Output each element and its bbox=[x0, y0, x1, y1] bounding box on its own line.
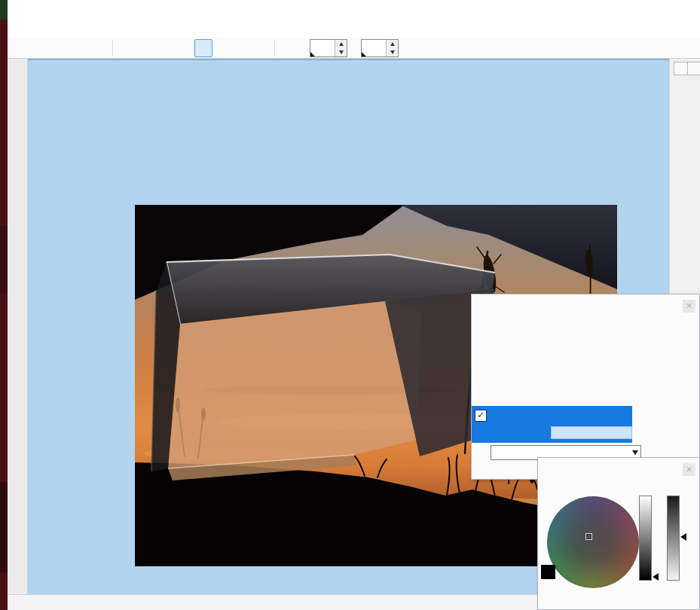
save-as-button[interactable] bbox=[70, 39, 88, 57]
lazpaint-window: ✕ ✓ ✕ bbox=[0, 0, 700, 610]
minimize-button[interactable] bbox=[603, 0, 637, 23]
layer-zoom-icon[interactable] bbox=[474, 425, 487, 438]
add-layer-button[interactable] bbox=[473, 462, 488, 477]
layer-opacity-bar[interactable] bbox=[551, 426, 632, 439]
toolbar-separator bbox=[274, 40, 275, 56]
color-panel[interactable]: ✕ bbox=[537, 457, 700, 610]
chevron-down-icon bbox=[632, 450, 638, 455]
deformation-grid-icon[interactable] bbox=[280, 39, 298, 57]
grid-mode-button[interactable] bbox=[402, 39, 420, 57]
color-panel-close-button[interactable]: ✕ bbox=[683, 463, 695, 476]
layers-toggle-button[interactable] bbox=[194, 39, 212, 57]
opacity-slider[interactable] bbox=[667, 496, 680, 581]
menu-bar bbox=[8, 23, 700, 38]
color-wheel-cursor[interactable] bbox=[585, 533, 592, 540]
layers-panel[interactable]: ✕ ✓ bbox=[471, 294, 700, 480]
app-logo-icon bbox=[26, 5, 38, 17]
new-file-button[interactable] bbox=[11, 39, 29, 57]
close-button[interactable] bbox=[674, 0, 700, 23]
maximize-button[interactable] bbox=[639, 0, 674, 23]
grid-height-up-button[interactable] bbox=[387, 40, 398, 48]
palette-dropdown-button[interactable] bbox=[687, 62, 700, 75]
remove-color-icon[interactable] bbox=[541, 495, 555, 509]
toolbar-separator bbox=[112, 40, 113, 56]
layer-visibility-checkbox[interactable]: ✓ bbox=[475, 410, 487, 422]
open-layer-button[interactable] bbox=[491, 462, 506, 477]
tools-panel bbox=[8, 59, 28, 594]
desktop-background bbox=[0, 0, 8, 610]
main-toolbar bbox=[8, 38, 700, 59]
palette-menu-button[interactable] bbox=[674, 62, 688, 75]
zoom-fit-button[interactable] bbox=[175, 39, 193, 57]
grid-width-spinner[interactable] bbox=[310, 39, 347, 57]
duplicate-layer-button[interactable] bbox=[509, 462, 524, 477]
zoom-in-button[interactable] bbox=[136, 39, 154, 57]
grid-width-down-button[interactable] bbox=[335, 48, 347, 56]
desktop-background-top bbox=[0, 0, 8, 20]
layer-row[interactable]: ✓ bbox=[472, 406, 632, 443]
grid-width-up-button[interactable] bbox=[335, 40, 347, 48]
pick-color-icon[interactable] bbox=[541, 480, 555, 494]
current-color-swatch[interactable] bbox=[541, 565, 555, 579]
save-button[interactable] bbox=[50, 39, 69, 57]
color-wheel[interactable] bbox=[547, 496, 639, 588]
grid-height-spinner[interactable] bbox=[361, 39, 399, 57]
copy-button[interactable] bbox=[90, 39, 108, 57]
light-slider[interactable] bbox=[639, 496, 652, 581]
opacity-slider-arrow[interactable] bbox=[680, 533, 686, 541]
zoom-out-button[interactable] bbox=[155, 39, 173, 57]
layer-thumbnail[interactable] bbox=[489, 408, 552, 441]
blend-droplet-icon bbox=[472, 445, 488, 460]
light-slider-arrow[interactable] bbox=[653, 573, 659, 581]
grid-height-down-button[interactable] bbox=[387, 48, 398, 56]
title-bar[interactable] bbox=[8, 0, 700, 23]
open-file-button[interactable] bbox=[31, 39, 49, 57]
layers-panel-close-button[interactable]: ✕ bbox=[683, 300, 695, 313]
